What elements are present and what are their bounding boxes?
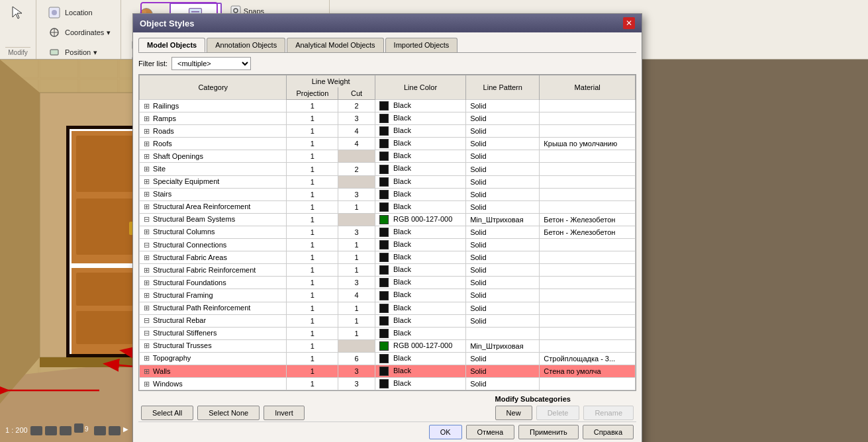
apply-button[interactable]: Применить <box>518 425 579 439</box>
projection-cell[interactable]: 1 <box>287 226 338 238</box>
line-pattern-cell[interactable] <box>466 327 540 339</box>
expand-icon[interactable]: ⊞ <box>144 114 150 122</box>
cut-cell[interactable]: 3 <box>338 277 375 289</box>
line-pattern-cell[interactable]: Min_Штриховая <box>466 213 540 226</box>
line-color-cell[interactable]: Black <box>375 277 465 289</box>
tab-imported-objects[interactable]: Imported Objects <box>385 38 458 52</box>
table-row[interactable]: ⊟ Structural Rebar 1 1 Black Solid <box>140 314 636 327</box>
projection-cell[interactable]: 1 <box>287 125 338 138</box>
line-pattern-cell[interactable]: Solid <box>466 138 540 150</box>
projection-cell[interactable]: 1 <box>287 112 338 125</box>
projection-cell[interactable]: 1 <box>287 314 338 327</box>
line-pattern-cell[interactable]: Solid <box>466 226 540 238</box>
delete-subcategory-button[interactable]: Delete <box>536 406 580 420</box>
cut-cell[interactable]: 6 <box>338 352 375 365</box>
projection-cell[interactable]: 1 <box>287 163 338 175</box>
material-cell[interactable] <box>540 112 636 125</box>
coordinates-button[interactable]: Coordinates ▾ <box>42 22 115 42</box>
table-row[interactable]: ⊞ Structural Framing 1 4 Black Solid <box>140 289 636 302</box>
line-pattern-cell[interactable]: Solid <box>466 378 540 390</box>
cut-cell[interactable]: 1 <box>338 239 375 251</box>
dialog-close-button[interactable]: ✕ <box>623 17 635 29</box>
line-color-cell[interactable]: Black <box>375 112 465 125</box>
expand-icon[interactable]: ⊞ <box>144 341 150 349</box>
location-button[interactable]: Location <box>42 3 97 22</box>
line-color-cell[interactable]: Black <box>375 251 465 264</box>
material-cell[interactable]: Бетон - Железобетон <box>540 226 636 238</box>
cut-cell[interactable] <box>338 213 375 226</box>
line-pattern-cell[interactable]: Solid <box>466 264 540 277</box>
line-pattern-cell[interactable]: Solid <box>466 289 540 302</box>
table-row[interactable]: ⊞ Roofs 1 4 Black Solid Крыша по умолчан… <box>140 138 636 150</box>
material-cell[interactable] <box>540 150 636 163</box>
expand-icon[interactable]: ⊞ <box>144 152 150 160</box>
expand-icon[interactable]: ⊞ <box>144 228 150 236</box>
cut-cell[interactable]: 1 <box>338 264 375 277</box>
expand-icon[interactable]: ⊞ <box>144 102 150 110</box>
line-pattern-cell[interactable]: Solid <box>466 175 540 188</box>
line-color-cell[interactable]: Black <box>375 175 465 188</box>
table-row[interactable]: ⊞ Structural Fabric Reinforcement 1 1 Bl… <box>140 264 636 277</box>
expand-icon[interactable]: ⊞ <box>144 127 150 135</box>
table-row[interactable]: ⊟ Structural Stiffeners 1 1 Black <box>140 327 636 339</box>
material-cell[interactable]: Стена по умолча <box>540 365 636 377</box>
line-color-cell[interactable]: Black <box>375 352 465 365</box>
line-color-cell[interactable]: Black <box>375 378 465 390</box>
table-row[interactable]: ⊞ Walls 1 3 Black Solid Стена по умолча <box>140 365 636 377</box>
material-cell[interactable] <box>540 175 636 188</box>
cut-cell[interactable]: 1 <box>338 251 375 264</box>
line-color-cell[interactable]: Black <box>375 125 465 138</box>
line-color-cell[interactable]: Black <box>375 188 465 200</box>
material-cell[interactable] <box>540 100 636 112</box>
material-cell[interactable]: Стройплощадка - 3... <box>540 352 636 365</box>
expand-icon[interactable]: ⊞ <box>144 202 150 210</box>
line-color-cell[interactable]: Black <box>375 226 465 238</box>
table-row[interactable]: ⊞ Windows 1 3 Black Solid <box>140 378 636 390</box>
projection-cell[interactable]: 1 <box>287 352 338 365</box>
line-color-cell[interactable]: Black <box>375 302 465 314</box>
expand-icon[interactable]: ⊞ <box>144 367 150 375</box>
expand-icon[interactable]: ⊟ <box>144 329 150 337</box>
table-row[interactable]: ⊟ Structural Connections 1 1 Black Solid <box>140 239 636 251</box>
cut-cell[interactable] <box>338 339 375 352</box>
cut-cell[interactable]: 2 <box>338 100 375 112</box>
material-cell[interactable] <box>540 302 636 314</box>
projection-cell[interactable]: 1 <box>287 150 338 163</box>
cut-cell[interactable]: 3 <box>338 188 375 200</box>
line-color-cell[interactable]: Black <box>375 163 465 175</box>
line-pattern-cell[interactable]: Solid <box>466 188 540 200</box>
line-pattern-cell[interactable]: Solid <box>466 125 540 138</box>
cut-cell[interactable]: 3 <box>338 365 375 377</box>
select-all-button[interactable]: Select All <box>141 406 193 420</box>
new-subcategory-button[interactable]: New <box>495 406 532 420</box>
table-row[interactable]: ⊞ Ramps 1 3 Black Solid <box>140 112 636 125</box>
material-cell[interactable]: Бетон - Железобетон <box>540 213 636 226</box>
select-tool-button[interactable] <box>5 3 30 22</box>
table-row[interactable]: ⊞ Stairs 1 3 Black Solid <box>140 188 636 200</box>
material-cell[interactable] <box>540 125 636 138</box>
material-cell[interactable] <box>540 251 636 264</box>
select-none-button[interactable]: Select None <box>197 406 260 420</box>
expand-icon[interactable]: ⊞ <box>144 354 150 362</box>
cut-cell[interactable]: 1 <box>338 314 375 327</box>
cancel-button[interactable]: Отмена <box>466 425 514 439</box>
line-pattern-cell[interactable]: Solid <box>466 352 540 365</box>
tab-annotation-objects[interactable]: Annotation Objects <box>207 38 285 52</box>
table-row[interactable]: ⊞ Topography 1 6 Black Solid Стройплощад… <box>140 352 636 365</box>
cut-cell[interactable]: 2 <box>338 163 375 175</box>
line-color-cell[interactable]: Black <box>375 264 465 277</box>
line-pattern-cell[interactable]: Solid <box>466 150 540 163</box>
expand-icon[interactable]: ⊞ <box>144 304 150 312</box>
cut-cell[interactable] <box>338 150 375 163</box>
table-row[interactable]: ⊞ Specialty Equipment 1 Black Solid <box>140 175 636 188</box>
projection-cell[interactable]: 1 <box>287 100 338 112</box>
material-cell[interactable] <box>540 289 636 302</box>
line-pattern-cell[interactable]: Solid <box>466 302 540 314</box>
expand-icon[interactable]: ⊞ <box>144 380 150 388</box>
cut-cell[interactable]: 1 <box>338 302 375 314</box>
line-color-cell[interactable]: Black <box>375 314 465 327</box>
table-row[interactable]: ⊞ Structural Fabric Areas 1 1 Black Soli… <box>140 251 636 264</box>
material-cell[interactable] <box>540 314 636 327</box>
material-cell[interactable] <box>540 378 636 390</box>
table-row[interactable]: ⊞ Structural Trusses 1 RGB 000-127-000 M… <box>140 339 636 352</box>
